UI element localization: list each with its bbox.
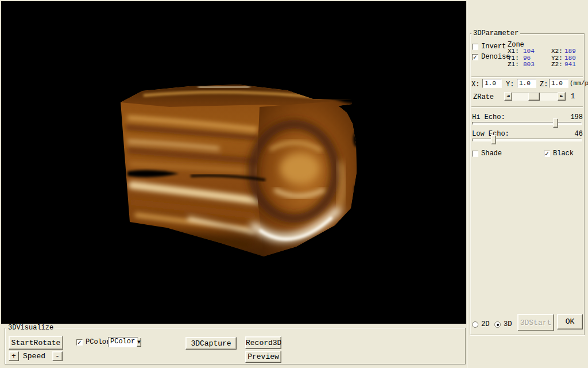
zone-values: X1: 104 X2: 189 Y1: 96 Y2: 180 Z1: 803 Z… [508,48,587,68]
mode-3d-label: 3D [504,321,512,328]
capture-3d-button[interactable]: 3DCapture [185,337,237,350]
volume-render [1,1,466,324]
pcolor-checkbox-label: PColor [86,339,110,346]
pcolor-select[interactable]: PColor ▼ [108,337,138,347]
denoise-checkbox[interactable]: ✓ [472,54,478,60]
zrate-scrollbar[interactable]: ◄ ► [504,92,566,101]
invert-label: Invert [481,43,506,50]
panel-divider [467,0,467,368]
separator [471,76,583,78]
black-label: Black [553,150,574,157]
mode-2d-radio[interactable] [472,321,478,328]
mode-3d-radio-row[interactable]: 3D [494,321,512,328]
scale-x-input[interactable] [482,79,502,88]
zrate-thumb[interactable] [528,93,540,101]
black-checkbox[interactable]: ✓ [544,151,550,157]
shade-checkbox-row[interactable]: Shade [472,150,502,157]
denoise-label: Denoise [481,53,510,60]
record-3d-button[interactable]: Record3D [245,336,281,349]
scale-y-input[interactable] [517,79,536,88]
scale-z-label: Z: [540,81,548,88]
low-echo-groove [472,139,582,141]
chevron-down-icon[interactable]: ▼ [137,338,141,347]
invert-checkbox[interactable] [472,44,478,50]
zone-x1-value: 104 [523,48,551,55]
zrate-value: 1 [571,93,575,100]
shade-checkbox[interactable] [472,151,478,157]
zone-z2-value: 941 [564,62,587,68]
pcolor-checkbox[interactable]: ✓ [76,339,83,346]
speed-minus-button[interactable]: - [52,351,63,361]
speed-plus-button[interactable]: + [9,351,19,361]
zrate-left-arrow-icon[interactable]: ◄ [504,92,512,101]
hi-echo-slider[interactable] [472,118,582,128]
speed-label: Speed [23,353,45,360]
ok-button[interactable]: OK [557,314,583,329]
scale-z-input[interactable] [549,79,568,88]
visualize-group-title: 3DVisualize [6,324,55,331]
render-viewport[interactable] [1,1,466,324]
pcolor-select-value: PColor [109,338,137,347]
scale-y-label: Y: [506,81,514,88]
mode-2d-label: 2D [481,321,489,328]
preview-button[interactable]: Preview [245,351,281,363]
zone-x1-label: X1: [508,48,523,55]
scale-x-label: X: [471,81,479,88]
zone-x2-value: 189 [564,48,587,55]
separator [471,106,583,108]
zone-z2-label: Z2: [551,62,564,68]
shade-label: Shade [481,150,502,157]
hi-echo-thumb[interactable] [553,118,558,128]
zone-z1-label: Z1: [508,62,523,68]
scale-unit-label: (mm/p) [570,80,588,87]
low-echo-slider[interactable] [472,135,582,144]
denoise-checkbox-row[interactable]: ✓ Denoise [472,53,510,60]
application-window: 3DParameter Invert ✓ Denoise Zone X1: 10… [0,0,588,368]
invert-checkbox-row[interactable]: Invert [472,43,506,50]
mode-2d-radio-row[interactable]: 2D [472,321,489,328]
mode-3d-radio[interactable] [494,321,501,328]
zrate-right-arrow-icon[interactable]: ► [558,92,566,101]
pcolor-checkbox-row[interactable]: ✓ PColor [76,339,110,346]
hi-echo-groove [472,122,582,125]
parameter-group-title: 3DParameter [471,30,520,37]
zrate-track[interactable] [512,92,558,101]
low-echo-thumb[interactable] [491,135,496,144]
zone-z1-value: 803 [523,62,551,68]
black-checkbox-row[interactable]: ✓ Black [544,150,574,157]
zone-x2-label: X2: [551,48,564,55]
start-3d-button[interactable]: 3DStart [517,314,554,331]
start-rotate-button[interactable]: StartRotate [9,336,63,350]
zrate-label: ZRate [473,94,494,101]
